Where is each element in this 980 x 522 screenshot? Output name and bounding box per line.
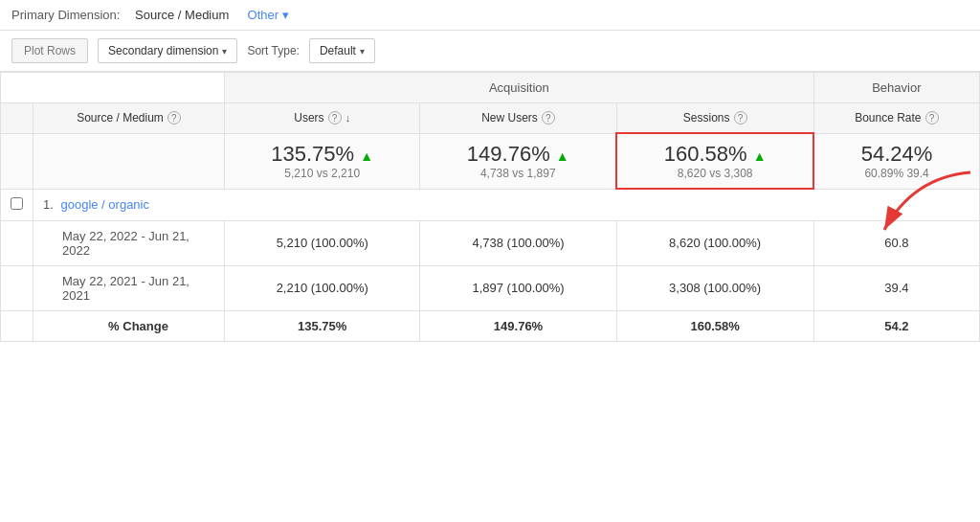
- totals-sessions-cell: 160.58% ▲ 8,620 vs 3,308: [616, 133, 813, 189]
- primary-dimension-value: Source / Medium: [135, 8, 229, 22]
- totals-bounce-rate-cell: 54.24% 60.89% 39.4: [813, 133, 979, 189]
- users-up-icon: ▲: [360, 148, 373, 164]
- col-source-medium: Source / Medium ?: [33, 103, 225, 134]
- users-info-icon[interactable]: ?: [328, 111, 342, 125]
- date2-checkbox-cell: [1, 265, 33, 310]
- group-header-acquisition: Acquisition: [225, 73, 814, 103]
- plot-rows-button[interactable]: Plot Rows: [11, 38, 88, 63]
- sort-type-label: Sort Type:: [247, 44, 299, 57]
- users-sort-icon[interactable]: ↓: [345, 112, 351, 124]
- date2-new-users: 1,897 (100.00%): [420, 265, 616, 310]
- col-sessions: Sessions ?: [616, 103, 813, 134]
- date2-bounce-rate: 39.4: [813, 265, 979, 310]
- table-row-date2: May 22, 2021 - Jun 21, 2021 2,210 (100.0…: [1, 265, 980, 310]
- totals-new-users-cell: 149.76% ▲ 4,738 vs 1,897: [420, 133, 616, 189]
- group-header-behavior: Behavior: [813, 73, 979, 103]
- row1-checkbox[interactable]: [1, 189, 33, 220]
- date1-label: May 22, 2022 - Jun 21, 2022: [33, 220, 225, 265]
- row1-checkbox-input[interactable]: [11, 197, 23, 210]
- sessions-up-icon: ▲: [753, 148, 767, 164]
- row1-source-label: 1. google / organic: [33, 189, 980, 220]
- col-users: Users ? ↓: [225, 103, 420, 134]
- sort-type-arrow: ▾: [360, 46, 365, 57]
- totals-checkbox-cell: [1, 133, 33, 189]
- sessions-info-icon[interactable]: ?: [734, 111, 747, 125]
- secondary-dimension-arrow: ▾: [222, 46, 227, 57]
- primary-dimension-label: Primary Dimension:: [11, 8, 120, 22]
- new-users-up-icon: ▲: [556, 148, 569, 164]
- secondary-dimension-dropdown[interactable]: Secondary dimension ▾: [98, 38, 237, 63]
- table-row-change: % Change 135.75% 149.76% 160.58% 54.2: [1, 310, 980, 341]
- change-label: % Change: [33, 310, 225, 341]
- change-sessions: 160.58%: [616, 310, 813, 341]
- change-checkbox-cell: [1, 310, 33, 341]
- date2-label: May 22, 2021 - Jun 21, 2021: [33, 265, 225, 310]
- totals-label-cell: [33, 133, 225, 189]
- group-header-empty: [1, 73, 225, 103]
- date1-checkbox-cell: [1, 220, 33, 265]
- date1-users: 5,210 (100.00%): [225, 220, 420, 265]
- date1-sessions: 8,620 (100.00%): [616, 220, 813, 265]
- table-row-date1: May 22, 2022 - Jun 21, 2022 5,210 (100.0…: [1, 220, 980, 265]
- date1-bounce-rate: 60.8: [813, 220, 979, 265]
- checkbox-col-header: [1, 103, 33, 134]
- date2-users: 2,210 (100.00%): [225, 265, 420, 310]
- bounce-rate-info-icon[interactable]: ?: [925, 111, 939, 125]
- date1-new-users: 4,738 (100.00%): [420, 220, 616, 265]
- other-link[interactable]: Other ▾: [248, 8, 289, 22]
- change-users: 135.75%: [225, 310, 420, 341]
- new-users-info-icon[interactable]: ?: [542, 111, 555, 125]
- change-new-users: 149.76%: [420, 310, 616, 341]
- source-medium-info-icon[interactable]: ?: [167, 111, 181, 125]
- sort-type-dropdown[interactable]: Default ▾: [309, 38, 375, 63]
- col-bounce-rate: Bounce Rate ?: [813, 103, 979, 134]
- col-new-users: New Users ?: [420, 103, 616, 134]
- totals-users-cell: 135.75% ▲ 5,210 vs 2,210: [225, 133, 420, 189]
- date2-sessions: 3,308 (100.00%): [616, 265, 813, 310]
- change-bounce-rate: 54.2: [813, 310, 979, 341]
- table-row: 1. google / organic: [1, 189, 980, 220]
